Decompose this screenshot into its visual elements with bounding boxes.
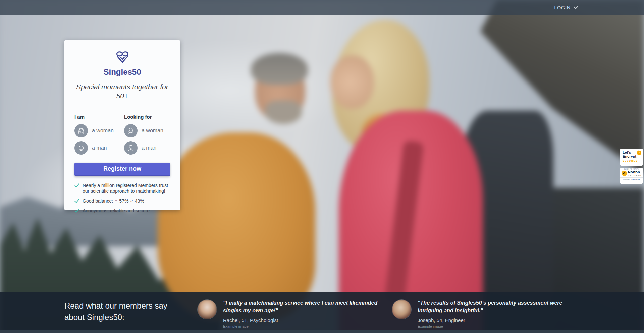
top-navigation-bar: LOGIN bbox=[0, 0, 644, 15]
lets-encrypt-word2: Encrypt bbox=[623, 154, 636, 158]
woman-face-icon bbox=[74, 124, 88, 137]
testimonial-quote: "The results of Singles50’s personality … bbox=[418, 299, 576, 314]
check-icon bbox=[74, 199, 79, 203]
avatar-joseph bbox=[392, 299, 412, 319]
powered-by-text: powered by bbox=[623, 178, 633, 180]
man-beard bbox=[265, 101, 302, 124]
register-now-button[interactable]: Register now bbox=[74, 163, 170, 176]
example-image-note: Example image bbox=[418, 324, 576, 328]
woman-bust-icon bbox=[124, 124, 138, 137]
lets-encrypt-wordmark: Let's Encrypt bbox=[623, 150, 636, 158]
avatar-photo bbox=[392, 300, 411, 319]
testimonial-author: Rachel, 51, Psychologist bbox=[223, 317, 381, 323]
norton-brand-label: Norton bbox=[628, 170, 642, 174]
lets-encrypt-word1: Let's bbox=[623, 150, 636, 154]
check-icon bbox=[74, 183, 79, 188]
testimonial-rachel: "Finally a matchmaking service where I c… bbox=[197, 299, 381, 328]
lets-encrypt-secured-label: SECURED bbox=[623, 160, 643, 162]
i-am-label: I am bbox=[74, 114, 124, 120]
digicert-text: digicert bbox=[633, 178, 640, 180]
brand-title: Singles50 bbox=[74, 67, 170, 77]
padlock-icon bbox=[637, 151, 641, 155]
i-am-column: I am a woman bbox=[74, 114, 124, 158]
i-am-woman-label: a woman bbox=[92, 128, 114, 134]
testimonial-author: Joseph, 54, Engineer bbox=[418, 317, 576, 323]
logo-wrap bbox=[74, 50, 170, 66]
norton-check-icon: ✓ bbox=[622, 171, 627, 176]
check-icon bbox=[74, 208, 79, 213]
testimonial-joseph: "The results of Singles50’s personality … bbox=[392, 299, 576, 328]
login-label: LOGIN bbox=[554, 5, 571, 10]
looking-for-man-label: a man bbox=[142, 145, 156, 151]
man-bust-icon bbox=[124, 141, 138, 155]
lets-encrypt-seal[interactable]: Let's Encrypt SECURED bbox=[620, 149, 643, 166]
registration-card: Singles50 Special moments together for 5… bbox=[64, 40, 180, 210]
benefit-item: Good balance: ♀ 57% ♂ 43% bbox=[74, 198, 170, 204]
singles50-heart-infinity-logo bbox=[114, 50, 131, 64]
man-hair bbox=[251, 53, 308, 85]
avatar-rachel bbox=[197, 299, 217, 319]
next-section-edge bbox=[0, 330, 644, 333]
testimonials-heading: Read what our members say about Singles5… bbox=[64, 300, 175, 323]
testimonials-section: Read what our members say about Singles5… bbox=[0, 292, 644, 333]
benefit-text: Nearly a million registered Members trus… bbox=[83, 183, 170, 194]
tagline: Special moments together for 50+ bbox=[74, 82, 170, 100]
powered-by-digicert-label: powered by digicert bbox=[620, 177, 643, 180]
example-image-note: Example image bbox=[223, 324, 381, 328]
page: LOGIN Singles50 Special moments together… bbox=[0, 0, 644, 333]
benefit-item: Nearly a million registered Members trus… bbox=[74, 183, 170, 194]
looking-for-label: Looking for bbox=[124, 114, 170, 120]
norton-secured-label: SECURED bbox=[628, 174, 642, 176]
benefit-item: Anonymous, reliable and secure bbox=[74, 208, 170, 214]
avatar-photo bbox=[198, 300, 217, 319]
looking-for-woman-option[interactable]: a woman bbox=[124, 124, 170, 137]
testimonial-quote: "Finally a matchmaking service where I c… bbox=[223, 299, 381, 314]
man-face-icon bbox=[74, 141, 88, 155]
chevron-down-icon bbox=[574, 6, 578, 9]
looking-for-column: Looking for a woman bbox=[124, 114, 170, 158]
looking-for-man-option[interactable]: a man bbox=[124, 141, 170, 155]
gender-selection-form: I am a woman bbox=[74, 114, 170, 158]
benefit-text: Good balance: ♀ 57% ♂ 43% bbox=[83, 198, 144, 204]
i-am-woman-option[interactable]: a woman bbox=[74, 124, 124, 137]
benefits-list: Nearly a million registered Members trus… bbox=[74, 183, 170, 214]
i-am-man-label: a man bbox=[92, 145, 107, 151]
looking-for-woman-label: a woman bbox=[142, 128, 163, 134]
woman-face bbox=[330, 55, 374, 109]
i-am-man-option[interactable]: a man bbox=[74, 141, 124, 155]
login-button[interactable]: LOGIN bbox=[554, 5, 578, 10]
benefit-text: Anonymous, reliable and secure bbox=[83, 208, 150, 214]
norton-secured-seal[interactable]: CLICK TO VERIFY ✓ Norton SECURED powered… bbox=[620, 168, 643, 184]
divider bbox=[74, 108, 170, 108]
